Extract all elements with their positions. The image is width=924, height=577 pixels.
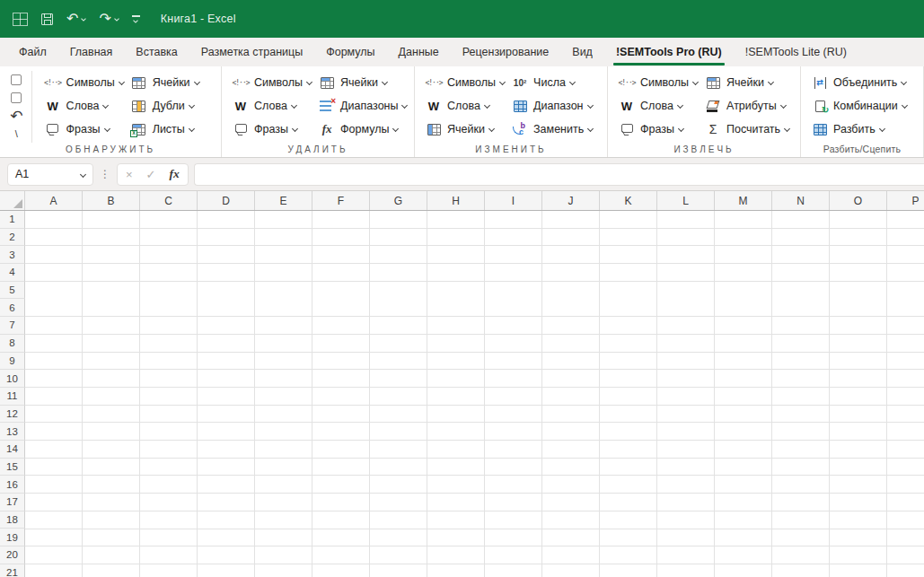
name-box[interactable]: A1 (7, 163, 93, 186)
button-extract-attributes[interactable]: Атрибуты (701, 94, 796, 118)
button-detect-cells[interactable]: Ячейки (128, 71, 217, 94)
button-change-numbers[interactable]: 10² Числа (508, 71, 603, 94)
row-header[interactable]: 13 (0, 423, 25, 441)
delete-ranges-icon: × (320, 101, 331, 111)
option-checkbox-2[interactable] (11, 89, 22, 107)
row-header[interactable]: 6 (0, 299, 25, 317)
tab-insert[interactable]: Вставка (124, 38, 189, 66)
tab-formulas[interactable]: Формулы (314, 38, 386, 66)
row-header[interactable]: 11 (0, 388, 25, 406)
tab-semtools-pro[interactable]: !SEMTools Pro (RU) (604, 38, 734, 66)
tab-semtools-lite[interactable]: !SEMTools Lite (RU) (734, 38, 858, 66)
tab-file[interactable]: Файл (7, 38, 58, 66)
column-header[interactable]: L (657, 191, 715, 210)
column-header[interactable]: C (140, 191, 198, 210)
group-label-extract: ИЗВЛЕЧЬ (608, 144, 800, 154)
save-button[interactable] (41, 13, 53, 25)
symbols-icon: <!··> (44, 79, 61, 87)
tab-view[interactable]: Вид (560, 38, 604, 66)
column-header[interactable]: N (772, 191, 830, 210)
button-delete-ranges[interactable]: × Диапазоны (315, 94, 410, 118)
column-header[interactable]: O (830, 191, 887, 210)
column-header[interactable]: I (485, 191, 542, 210)
button-change-words[interactable]: W Слова (422, 94, 508, 118)
button-change-cells[interactable]: Ячейки (422, 118, 508, 141)
redo-button[interactable]: ↷ (99, 12, 118, 26)
tab-review[interactable]: Рецензирование (451, 38, 561, 66)
button-delete-cells[interactable]: Ячейки (315, 71, 410, 94)
row-header[interactable]: 20 (0, 546, 25, 564)
button-extract-symbols[interactable]: <!··> Символы (615, 71, 701, 94)
select-all-corner[interactable] (0, 191, 25, 210)
chevron-down-icon (488, 125, 495, 131)
button-detect-duplicates[interactable]: Дубли (128, 94, 217, 118)
tab-home[interactable]: Главная (58, 38, 125, 66)
button-delete-formulas[interactable]: fx Формулы (315, 118, 410, 141)
button-combinations[interactable]: ↻ Комбинации (808, 94, 909, 118)
row-header[interactable]: 1 (0, 211, 25, 229)
row-header[interactable]: 14 (0, 441, 25, 459)
insert-function-button[interactable]: fx (170, 167, 180, 181)
row-header[interactable]: 4 (0, 264, 25, 282)
row-header[interactable]: 3 (0, 246, 25, 264)
formula-input[interactable] (194, 163, 924, 186)
button-delete-words[interactable]: W Слова (229, 94, 315, 118)
button-extract-count[interactable]: Σ Посчитать (701, 118, 796, 141)
button-change-range[interactable]: Диапазон (508, 94, 603, 118)
tab-data[interactable]: Данные (387, 38, 451, 66)
row-header[interactable]: 15 (0, 459, 25, 476)
button-extract-words[interactable]: W Слова (615, 94, 701, 118)
row-header[interactable]: 7 (0, 317, 25, 335)
chevron-down-icon (780, 101, 787, 108)
button-delete-phrases[interactable]: Фразы (229, 118, 315, 141)
chevron-down-icon (902, 101, 908, 108)
row-header[interactable]: 5 (0, 282, 25, 300)
row-header[interactable]: 21 (0, 564, 25, 577)
row-header[interactable]: 18 (0, 511, 25, 529)
row-header[interactable]: 16 (0, 476, 25, 494)
customize-quick-access-button[interactable] (132, 15, 140, 22)
row-header[interactable]: 12 (0, 406, 25, 424)
button-delete-symbols[interactable]: <!··> Символы (229, 71, 315, 94)
column-header[interactable]: B (83, 191, 140, 210)
button-change-replace[interactable]: bc Заменить (508, 118, 603, 141)
column-header[interactable]: M (715, 191, 772, 210)
column-header[interactable]: F (312, 191, 370, 210)
button-detect-words[interactable]: W Слова (41, 94, 128, 118)
button-merge[interactable]: ⇄ Объединить (808, 71, 909, 94)
row-header[interactable]: 9 (0, 353, 25, 371)
enter-button[interactable]: ✓ (146, 169, 156, 180)
chevron-down-icon (587, 125, 594, 131)
column-header[interactable]: A (25, 191, 83, 210)
semtools-undo-button[interactable]: ↶ (10, 107, 22, 125)
cells-area[interactable] (25, 211, 924, 577)
column-header[interactable]: J (542, 191, 600, 210)
button-detect-phrases[interactable]: Фразы (41, 118, 128, 141)
chevron-down-icon (484, 101, 490, 108)
undo-button[interactable]: ↶ (66, 12, 85, 26)
row-header[interactable]: 2 (0, 229, 25, 247)
row-header[interactable]: 17 (0, 494, 25, 511)
column-header[interactable]: G (370, 191, 427, 210)
row-header[interactable]: 19 (0, 529, 25, 546)
cells-table-icon (427, 124, 441, 136)
column-header[interactable]: H (427, 191, 485, 210)
chevron-down-icon (102, 101, 109, 108)
cancel-button[interactable]: × (126, 169, 133, 180)
tab-page-layout[interactable]: Разметка страницы (189, 38, 314, 66)
chevron-down-icon (768, 78, 774, 84)
column-header[interactable]: P (887, 191, 924, 210)
button-detect-sheets[interactable]: x Листы (128, 118, 217, 141)
column-header[interactable]: K (600, 191, 657, 210)
row-header[interactable]: 10 (0, 370, 25, 388)
button-extract-cells[interactable]: Ячейки (701, 71, 796, 94)
row-header[interactable]: 8 (0, 335, 25, 353)
option-checkbox-1[interactable] (11, 71, 22, 89)
column-header[interactable]: D (198, 191, 255, 210)
button-change-symbols[interactable]: <!··> Символы (422, 71, 508, 94)
button-split[interactable]: Разбить (808, 118, 909, 141)
ribbon-tab-row: Файл Главная Вставка Разметка страницы Ф… (0, 38, 924, 66)
button-extract-phrases[interactable]: Фразы (615, 118, 701, 141)
column-header[interactable]: E (255, 191, 312, 210)
button-detect-symbols[interactable]: <!··> Символы (41, 71, 128, 94)
